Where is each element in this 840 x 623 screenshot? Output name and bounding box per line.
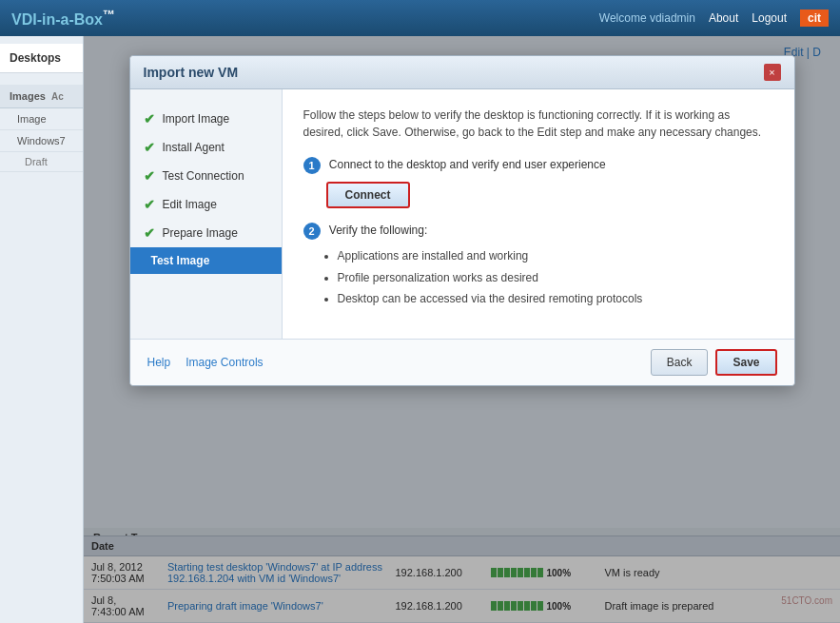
wizard-step1-row: 1 Connect to the desktop and verify end … (303, 156, 773, 208)
check-icon: ✔ (144, 111, 155, 127)
bullet-2: Profile personalization works as desired (338, 269, 773, 287)
images-label: Images (10, 90, 46, 102)
modal-body: ✔ Import Image ✔ Install Agent ✔ Test Co… (130, 89, 794, 339)
wizard-step-install-agent[interactable]: ✔ Install Agent (130, 133, 282, 162)
step1-title-text: Connect to the desktop and verify end us… (329, 158, 606, 171)
modal-header: Import new VM × (130, 56, 794, 89)
top-nav: VDI-in-a-Box™ Welcome vdiadmin About Log… (0, 0, 840, 36)
step-label: Test Connection (163, 169, 244, 183)
modal-close-button[interactable]: × (764, 64, 781, 81)
sidebar-item-image[interactable]: Image (0, 108, 83, 130)
sidebar-section-images: Images Ac (0, 85, 83, 108)
wizard-step-edit-image[interactable]: ✔ Edit Image (130, 190, 282, 219)
main-area: Desktops Images Ac Image Windows7 Draft … (0, 36, 840, 623)
step2-num: 2 (303, 223, 321, 240)
ac-tab: Ac (51, 91, 64, 102)
image-controls-link[interactable]: Image Controls (186, 356, 263, 369)
step-label: Install Agent (163, 141, 225, 154)
step1-num: 1 (303, 157, 321, 174)
sidebar-item-windows7[interactable]: Windows7 (0, 130, 83, 152)
connect-button[interactable]: Connect (326, 182, 410, 208)
check-icon: ✔ (144, 168, 155, 184)
wizard-step2-row: 2 Verify the following: Applications are… (303, 222, 773, 308)
brand-text: VDI-in-a-Box (11, 11, 103, 28)
welcome-text: Welcome vdiadmin (599, 11, 695, 25)
check-icon: ✔ (144, 225, 155, 241)
brand-tm: ™ (103, 8, 115, 22)
check-icon: ✔ (144, 140, 155, 155)
step-label: Prepare Image (163, 226, 238, 240)
wizard-step-import-image[interactable]: ✔ Import Image (130, 105, 282, 133)
sidebar-item-desktops[interactable]: Desktops (0, 44, 83, 73)
back-button[interactable]: Back (651, 349, 709, 376)
bullet-1: Applications are installed and working (338, 247, 773, 265)
step-label: Test Image (151, 254, 210, 267)
wizard-step-test-connection[interactable]: ✔ Test Connection (130, 162, 282, 190)
wizard-step-prepare-image[interactable]: ✔ Prepare Image (130, 219, 282, 247)
footer-left: Help Image Controls (147, 356, 651, 369)
wizard-intro: Follow the steps below to verify the des… (303, 107, 773, 141)
check-icon: ✔ (144, 197, 155, 212)
bullet-3: Desktop can be accessed via the desired … (338, 290, 773, 308)
help-link[interactable]: Help (147, 356, 171, 369)
sidebar-item-draft[interactable]: Draft (0, 152, 83, 172)
step2-title-text: Verify the following: (329, 224, 427, 237)
content-area: Edit | D Recent Tas Date Jul 8, 2012 7:5… (84, 36, 840, 623)
modal-footer: Help Image Controls Back Save (130, 339, 794, 385)
citrix-badge: cit (800, 10, 829, 27)
step-label: Edit Image (163, 198, 217, 211)
modal-overlay: Import new VM × ✔ Import Image ✔ Install… (84, 36, 840, 623)
step2-title: 2 Verify the following: (303, 222, 773, 240)
wizard-step-test-image[interactable]: Test Image (130, 247, 282, 274)
sidebar: Desktops Images Ac Image Windows7 Draft (0, 36, 84, 623)
save-button[interactable]: Save (715, 349, 776, 376)
verify-list: Applications are installed and working P… (303, 247, 773, 308)
top-nav-right: Welcome vdiadmin About Logout cit (599, 10, 829, 27)
app-brand: VDI-in-a-Box™ (11, 8, 115, 29)
step1-title: 1 Connect to the desktop and verify end … (303, 156, 773, 174)
about-link[interactable]: About (709, 11, 738, 25)
modal-dialog: Import new VM × ✔ Import Image ✔ Install… (129, 55, 795, 386)
wizard-content: Follow the steps below to verify the des… (283, 89, 794, 339)
footer-buttons: Back Save (651, 349, 777, 376)
wizard-steps: ✔ Import Image ✔ Install Agent ✔ Test Co… (130, 89, 283, 339)
modal-title: Import new VM (144, 65, 239, 80)
step-label: Import Image (163, 112, 230, 126)
logout-link[interactable]: Logout (752, 11, 787, 25)
